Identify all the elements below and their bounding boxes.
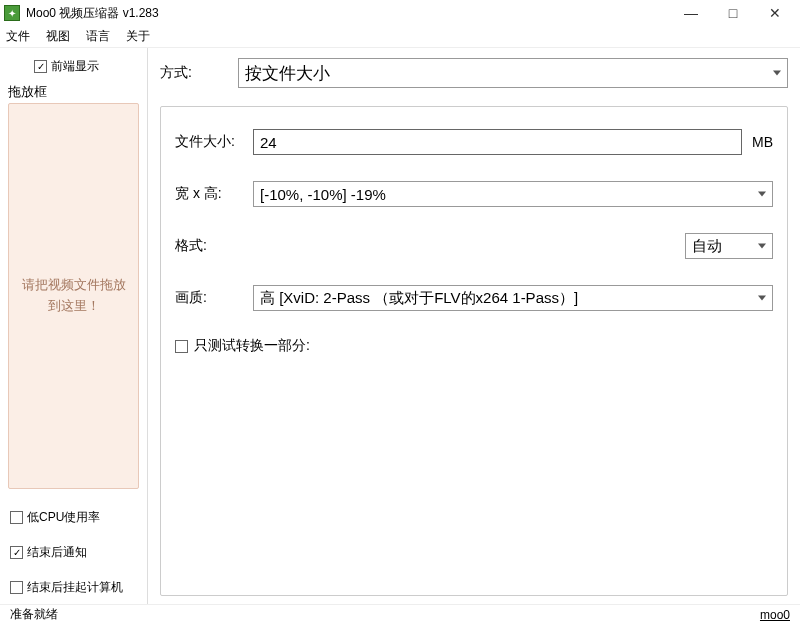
- app-icon: ✦: [4, 5, 20, 21]
- method-value: 按文件大小: [245, 62, 330, 85]
- format-select[interactable]: 自动: [685, 233, 773, 259]
- quality-select[interactable]: 高 [XviD: 2-Pass （或对于FLV的x264 1-Pass）]: [253, 285, 773, 311]
- menu-about[interactable]: 关于: [126, 28, 150, 45]
- dropframe-label: 拖放框: [8, 83, 139, 103]
- notify-done-checkbox[interactable]: [10, 546, 23, 559]
- statusbar: 准备就绪 moo0: [0, 604, 800, 624]
- notify-done-label: 结束后通知: [27, 544, 87, 561]
- test-only-checkbox[interactable]: [175, 340, 188, 353]
- sidebar: 前端显示 拖放框 请把视频文件拖放到这里！ 低CPU使用率 结束后通知 结束后挂…: [0, 48, 148, 604]
- quality-label: 画质:: [175, 289, 253, 307]
- suspend-after-label: 结束后挂起计算机: [27, 579, 123, 596]
- format-label: 格式:: [175, 237, 253, 255]
- menu-view[interactable]: 视图: [46, 28, 70, 45]
- maximize-button[interactable]: □: [712, 0, 754, 26]
- menu-lang[interactable]: 语言: [86, 28, 110, 45]
- menubar: 文件 视图 语言 关于: [0, 26, 800, 48]
- wxh-select[interactable]: [-10%, -10%] -19%: [253, 181, 773, 207]
- filesize-label: 文件大小:: [175, 133, 253, 151]
- close-button[interactable]: ✕: [754, 0, 796, 26]
- minimize-button[interactable]: —: [670, 0, 712, 26]
- status-text: 准备就绪: [10, 606, 760, 623]
- dropzone-hint: 请把视频文件拖放到这里！: [17, 275, 130, 317]
- dropzone[interactable]: 请把视频文件拖放到这里！: [8, 103, 139, 489]
- titlebar: ✦ Moo0 视频压缩器 v1.283 — □ ✕: [0, 0, 800, 26]
- settings-group: 文件大小: MB 宽 x 高: [-10%, -10%] -19% 格式: 自动…: [160, 106, 788, 596]
- main-panel: 方式: 按文件大小 文件大小: MB 宽 x 高: [-10%, -10%] -…: [148, 48, 800, 604]
- brand-link[interactable]: moo0: [760, 608, 790, 622]
- suspend-after-checkbox[interactable]: [10, 581, 23, 594]
- always-on-top-label: 前端显示: [51, 58, 99, 75]
- low-cpu-label: 低CPU使用率: [27, 509, 100, 526]
- test-only-label: 只测试转换一部分:: [194, 337, 310, 355]
- method-select[interactable]: 按文件大小: [238, 58, 788, 88]
- wxh-value: [-10%, -10%] -19%: [260, 186, 386, 203]
- filesize-input[interactable]: [253, 129, 742, 155]
- method-label: 方式:: [160, 64, 238, 82]
- window-title: Moo0 视频压缩器 v1.283: [26, 5, 670, 22]
- format-value: 自动: [692, 237, 722, 256]
- filesize-unit: MB: [752, 134, 773, 150]
- always-on-top-checkbox[interactable]: [34, 60, 47, 73]
- low-cpu-checkbox[interactable]: [10, 511, 23, 524]
- menu-file[interactable]: 文件: [6, 28, 30, 45]
- wxh-label: 宽 x 高:: [175, 185, 253, 203]
- quality-value: 高 [XviD: 2-Pass （或对于FLV的x264 1-Pass）]: [260, 289, 578, 308]
